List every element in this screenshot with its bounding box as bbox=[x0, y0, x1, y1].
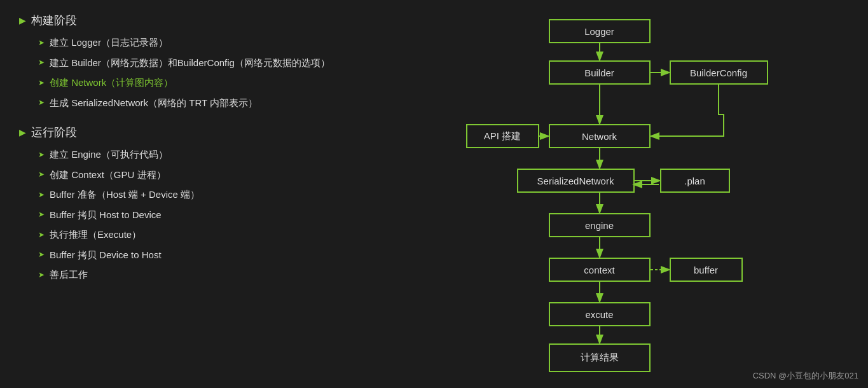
box-serialized: SerializedNetwork bbox=[517, 169, 635, 193]
box-excute: excute bbox=[549, 302, 651, 326]
item-buffer-copy-d2h: ➤ Buffer 拷贝 Device to Host bbox=[19, 247, 382, 263]
box-builder: Builder bbox=[549, 60, 651, 85]
left-panel: ▶ 构建阶段 ➤ 建立 Logger（日志记录器） ➤ 建立 Builder（网… bbox=[0, 0, 394, 388]
box-buffer: buffer bbox=[670, 258, 743, 282]
box-builderconfig: BuilderConfig bbox=[670, 60, 768, 85]
watermark: CSDN @小豆包的小朋友021 bbox=[753, 370, 858, 382]
item-execute: ➤ 执行推理（Execute） bbox=[19, 226, 382, 243]
item-logger: ➤ 建立 Logger（日志记录器） bbox=[19, 34, 382, 51]
box-plan: .plan bbox=[660, 169, 730, 193]
section2-arrow: ▶ bbox=[19, 127, 26, 137]
diagram: Logger Builder BuilderConfig Network API… bbox=[472, 13, 790, 375]
item-context: ➤ 创建 Context（GPU 进程） bbox=[19, 167, 382, 183]
section1-title: ▶ 构建阶段 bbox=[19, 13, 382, 28]
box-context: context bbox=[549, 258, 651, 282]
item-network: ➤ 创建 Network（计算图内容） bbox=[19, 74, 382, 91]
item-serialized: ➤ 生成 SerializedNetwork（网络的 TRT 内部表示） bbox=[19, 95, 382, 111]
box-engine: engine bbox=[549, 213, 651, 237]
box-logger: Logger bbox=[549, 19, 651, 43]
section1-arrow: ▶ bbox=[19, 15, 26, 25]
section2-title: ▶ 运行阶段 bbox=[19, 125, 382, 140]
item-builder: ➤ 建立 Builder（网络元数据）和BuilderConfig（网络元数据的… bbox=[19, 55, 382, 71]
item-buffer-prepare: ➤ Buffer 准备（Host 端 + Device 端） bbox=[19, 186, 382, 203]
box-network: Network bbox=[549, 124, 651, 148]
box-api: API 搭建 bbox=[466, 124, 539, 148]
box-result: 计算结果 bbox=[549, 343, 651, 372]
item-engine: ➤ 建立 Engine（可执行代码） bbox=[19, 146, 382, 163]
item-cleanup: ➤ 善后工作 bbox=[19, 267, 382, 283]
right-panel: Logger Builder BuilderConfig Network API… bbox=[394, 0, 868, 388]
item-buffer-copy-h2d: ➤ Buffer 拷贝 Host to Device bbox=[19, 207, 382, 223]
